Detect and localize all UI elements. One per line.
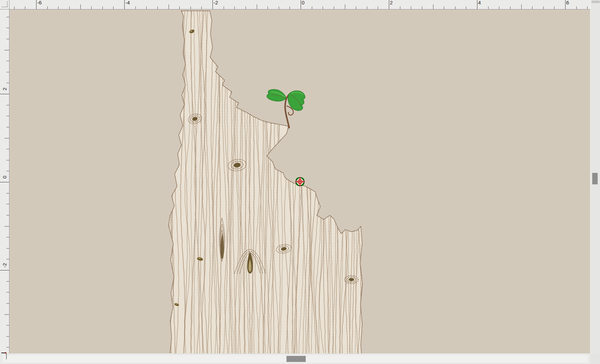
ruler-tick [521, 4, 522, 9]
ruler-tick [4, 314, 9, 315]
ruler-tick [433, 4, 433, 9]
horizontal-scrollbar-track[interactable] [0, 353, 590, 364]
ruler-tick [466, 6, 466, 9]
ruler-tick [179, 6, 180, 9]
ruler-tick [169, 4, 169, 9]
scrollbar-corner [590, 353, 600, 364]
ruler-tick [6, 204, 9, 204]
ruler-tick [234, 6, 235, 9]
ruler-tick [6, 171, 9, 171]
wood-knot-solid [341, 218, 347, 226]
ruler-tick [290, 6, 290, 9]
ruler-tick [356, 6, 356, 9]
ruler-tick [532, 6, 532, 9]
ruler-tick [6, 28, 9, 28]
horizontal-scrollbar-thumb[interactable] [286, 356, 306, 362]
ruler-tick [58, 6, 58, 9]
ruler-tick [6, 215, 9, 215]
ruler-tick [6, 259, 9, 259]
ruler-tick [6, 292, 9, 292]
ruler-tick [257, 4, 257, 9]
ruler-tick [301, 0, 301, 9]
ruler-tick [554, 6, 554, 9]
ruler-tick [477, 0, 477, 9]
ruler-tick [279, 6, 279, 9]
ruler-tick [201, 6, 202, 9]
ruler-tick [0, 94, 9, 94]
ruler-tick [488, 6, 489, 9]
ruler-label: -6 [37, 0, 42, 5]
ruler-label: -4 [125, 0, 130, 5]
ruler-tick [4, 50, 9, 50]
ruler-label: -2 [214, 0, 218, 5]
ruler-tick [6, 61, 9, 61]
ruler-tick [389, 0, 389, 9]
design-fill [169, 11, 362, 353]
ruler-tick [455, 6, 455, 9]
horizontal-ruler: -6-4-20246 [9, 0, 590, 9]
ruler-tick [80, 4, 81, 9]
ruler-tick [6, 39, 9, 39]
ruler-label: 6 [566, 0, 569, 5]
design-canvas[interactable] [9, 9, 590, 353]
ruler-tick [135, 6, 136, 9]
ruler-tick [246, 6, 246, 9]
ruler-tick [499, 6, 499, 9]
origin-marker[interactable] [295, 177, 305, 186]
ruler-tick [6, 281, 9, 282]
ruler-tick [6, 17, 9, 17]
ruler-tick [6, 325, 9, 326]
ruler-tick [14, 6, 15, 9]
ruler-tick [113, 6, 114, 9]
ruler-tick [212, 0, 213, 9]
sprout-leaf-left [267, 89, 286, 101]
ruler-tick [422, 6, 422, 9]
ruler-tick [312, 6, 312, 9]
ruler-label: -2 [2, 261, 7, 269]
ruler-tick [411, 6, 411, 9]
ruler-tick [124, 0, 125, 9]
embroidery-app-window: -6-4-20246 -202 [0, 0, 600, 364]
ruler-tick [268, 6, 268, 9]
ruler-tick [543, 6, 544, 9]
ruler-tick [6, 248, 9, 249]
ruler-tick [576, 6, 577, 9]
ruler-tick [444, 6, 444, 9]
ruler-tick [69, 6, 70, 9]
ruler-tick [91, 6, 92, 9]
idaho-woodgrain-design[interactable] [168, 9, 368, 353]
ruler-tick [6, 149, 9, 149]
ruler-origin-corner[interactable] [0, 0, 9, 9]
ruler-tick [6, 193, 9, 193]
ruler-tick [102, 6, 103, 9]
ruler-position-indicator [0, 351, 9, 364]
ruler-tick [146, 6, 147, 9]
ruler-tick [6, 336, 9, 337]
ruler-label: 0 [2, 173, 7, 181]
ruler-tick [25, 6, 25, 9]
ruler-tick [0, 182, 9, 182]
ruler-tick [4, 226, 9, 227]
indicator-tail [6, 353, 7, 359]
ruler-tick [378, 6, 378, 9]
ruler-tick [6, 127, 9, 127]
vertical-scrollbar-thumb[interactable] [592, 173, 598, 184]
ruler-tick [334, 6, 334, 9]
ruler-tick [400, 6, 400, 9]
ruler-tick [6, 237, 9, 237]
sprout-ornament[interactable] [267, 89, 305, 128]
ruler-label: 2 [390, 0, 393, 5]
ruler-tick [0, 270, 9, 270]
ruler-tick [157, 6, 158, 9]
ruler-tick [6, 116, 9, 116]
vertical-scrollbar-cap [592, 1, 600, 3]
ruler-tick [224, 6, 224, 9]
ruler-tick [6, 347, 9, 347]
vertical-scrollbar-track[interactable] [590, 0, 600, 353]
ruler-tick [345, 4, 345, 9]
ruler-tick [4, 138, 9, 138]
ruler-tick [565, 0, 566, 9]
vertical-ruler: -202 [0, 9, 9, 353]
design-svg[interactable] [9, 9, 590, 353]
ruler-tick [6, 105, 9, 105]
